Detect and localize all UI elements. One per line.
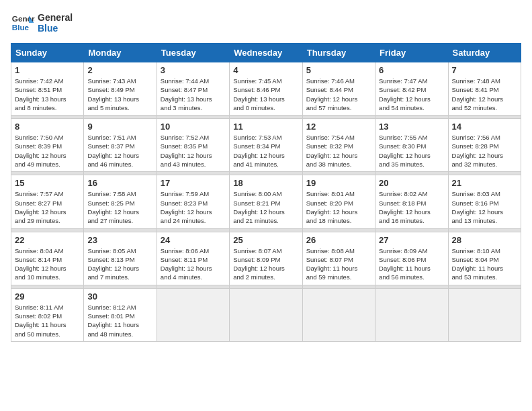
day-number: 2 — [87, 65, 152, 75]
day-cell — [230, 288, 302, 341]
day-cell — [157, 288, 229, 341]
day-info: Sunrise: 8:06 AMSunset: 8:11 PMDaylight:… — [161, 246, 226, 282]
day-number: 17 — [161, 178, 226, 188]
day-cell: 23Sunrise: 8:05 AMSunset: 8:13 PMDayligh… — [84, 232, 157, 285]
week-row-2: 8Sunrise: 7:50 AMSunset: 8:39 PMDaylight… — [11, 119, 521, 172]
week-row-5: 29Sunrise: 8:11 AMSunset: 8:02 PMDayligh… — [11, 288, 521, 341]
day-cell: 12Sunrise: 7:54 AMSunset: 8:32 PMDayligh… — [302, 119, 375, 172]
day-cell — [448, 288, 521, 341]
day-number: 5 — [306, 65, 371, 75]
day-number: 21 — [452, 178, 517, 188]
day-number: 12 — [306, 122, 371, 132]
weekday-header-thursday: Thursday — [302, 44, 375, 62]
day-info: Sunrise: 7:43 AMSunset: 8:49 PMDaylight:… — [87, 77, 152, 112]
day-number: 11 — [233, 122, 298, 132]
page-header: General Blue General Blue — [11, 11, 521, 35]
day-info: Sunrise: 7:55 AMSunset: 8:30 PMDaylight:… — [379, 133, 444, 169]
day-cell: 25Sunrise: 8:07 AMSunset: 8:09 PMDayligh… — [230, 232, 302, 285]
day-cell: 3Sunrise: 7:44 AMSunset: 8:47 PMDaylight… — [157, 62, 229, 116]
day-number: 26 — [306, 235, 371, 245]
day-cell: 22Sunrise: 8:04 AMSunset: 8:14 PMDayligh… — [11, 232, 84, 285]
day-cell: 6Sunrise: 7:47 AMSunset: 8:42 PMDaylight… — [375, 62, 448, 116]
day-info: Sunrise: 7:53 AMSunset: 8:34 PMDaylight:… — [233, 133, 298, 169]
day-number: 9 — [87, 122, 152, 132]
day-number: 23 — [87, 235, 152, 245]
day-cell: 9Sunrise: 7:51 AMSunset: 8:37 PMDaylight… — [84, 119, 157, 172]
day-cell: 29Sunrise: 8:11 AMSunset: 8:02 PMDayligh… — [11, 288, 84, 341]
day-number: 8 — [15, 122, 80, 132]
day-info: Sunrise: 7:47 AMSunset: 8:42 PMDaylight:… — [379, 77, 444, 112]
day-number: 28 — [452, 235, 517, 245]
day-cell: 11Sunrise: 7:53 AMSunset: 8:34 PMDayligh… — [230, 119, 302, 172]
day-cell: 28Sunrise: 8:10 AMSunset: 8:04 PMDayligh… — [448, 232, 521, 285]
day-number: 10 — [161, 122, 226, 132]
day-cell: 7Sunrise: 7:48 AMSunset: 8:41 PMDaylight… — [448, 62, 521, 116]
weekday-header-row: SundayMondayTuesdayWednesdayThursdayFrid… — [11, 44, 521, 62]
day-number: 24 — [161, 235, 226, 245]
day-info: Sunrise: 8:08 AMSunset: 8:07 PMDaylight:… — [306, 246, 371, 282]
day-number: 22 — [15, 235, 80, 245]
day-cell: 1Sunrise: 7:42 AMSunset: 8:51 PMDaylight… — [11, 62, 84, 116]
day-info: Sunrise: 7:44 AMSunset: 8:47 PMDaylight:… — [161, 77, 226, 112]
weekday-header-tuesday: Tuesday — [157, 44, 229, 62]
day-info: Sunrise: 7:52 AMSunset: 8:35 PMDaylight:… — [161, 133, 226, 169]
day-number: 14 — [452, 122, 517, 132]
weekday-header-wednesday: Wednesday — [230, 44, 302, 62]
day-cell: 18Sunrise: 8:00 AMSunset: 8:21 PMDayligh… — [230, 175, 302, 228]
day-number: 25 — [233, 235, 298, 245]
calendar-table: SundayMondayTuesdayWednesdayThursdayFrid… — [11, 43, 521, 342]
week-row-3: 15Sunrise: 7:57 AMSunset: 8:27 PMDayligh… — [11, 175, 521, 228]
day-cell: 21Sunrise: 8:03 AMSunset: 8:16 PMDayligh… — [448, 175, 521, 228]
day-info: Sunrise: 7:46 AMSunset: 8:44 PMDaylight:… — [306, 77, 371, 112]
day-info: Sunrise: 8:02 AMSunset: 8:18 PMDaylight:… — [379, 189, 444, 225]
weekday-header-sunday: Sunday — [11, 44, 84, 62]
day-info: Sunrise: 8:05 AMSunset: 8:13 PMDaylight:… — [87, 246, 152, 282]
day-info: Sunrise: 8:01 AMSunset: 8:20 PMDaylight:… — [306, 189, 371, 225]
day-cell: 26Sunrise: 8:08 AMSunset: 8:07 PMDayligh… — [302, 232, 375, 285]
day-info: Sunrise: 8:10 AMSunset: 8:04 PMDaylight:… — [452, 246, 517, 282]
day-info: Sunrise: 8:04 AMSunset: 8:14 PMDaylight:… — [15, 246, 80, 282]
day-cell: 10Sunrise: 7:52 AMSunset: 8:35 PMDayligh… — [157, 119, 229, 172]
day-number: 15 — [15, 178, 80, 188]
day-number: 13 — [379, 122, 444, 132]
weekday-header-saturday: Saturday — [448, 44, 521, 62]
day-number: 27 — [379, 235, 444, 245]
week-row-4: 22Sunrise: 8:04 AMSunset: 8:14 PMDayligh… — [11, 232, 521, 285]
day-info: Sunrise: 7:54 AMSunset: 8:32 PMDaylight:… — [306, 133, 371, 169]
logo-general: General — [38, 12, 73, 23]
day-info: Sunrise: 8:09 AMSunset: 8:06 PMDaylight:… — [379, 246, 444, 282]
weekday-header-friday: Friday — [375, 44, 448, 62]
day-number: 29 — [15, 291, 80, 302]
day-cell: 17Sunrise: 7:59 AMSunset: 8:23 PMDayligh… — [157, 175, 229, 228]
day-number: 1 — [15, 65, 80, 75]
day-number: 16 — [87, 178, 152, 188]
logo-blue: Blue — [38, 23, 73, 34]
day-cell — [302, 288, 375, 341]
day-info: Sunrise: 7:45 AMSunset: 8:46 PMDaylight:… — [233, 77, 298, 112]
weekday-header-monday: Monday — [84, 44, 157, 62]
day-info: Sunrise: 7:57 AMSunset: 8:27 PMDaylight:… — [15, 189, 80, 225]
day-info: Sunrise: 7:50 AMSunset: 8:39 PMDaylight:… — [15, 133, 80, 169]
day-cell: 24Sunrise: 8:06 AMSunset: 8:11 PMDayligh… — [157, 232, 229, 285]
day-cell: 19Sunrise: 8:01 AMSunset: 8:20 PMDayligh… — [302, 175, 375, 228]
day-number: 3 — [161, 65, 226, 75]
day-cell: 13Sunrise: 7:55 AMSunset: 8:30 PMDayligh… — [375, 119, 448, 172]
day-cell: 4Sunrise: 7:45 AMSunset: 8:46 PMDaylight… — [230, 62, 302, 116]
day-info: Sunrise: 7:56 AMSunset: 8:28 PMDaylight:… — [452, 133, 517, 169]
day-number: 30 — [87, 291, 152, 302]
day-info: Sunrise: 8:03 AMSunset: 8:16 PMDaylight:… — [452, 189, 517, 225]
logo: General Blue General Blue — [11, 11, 73, 35]
day-info: Sunrise: 8:00 AMSunset: 8:21 PMDaylight:… — [233, 189, 298, 225]
day-info: Sunrise: 7:48 AMSunset: 8:41 PMDaylight:… — [452, 77, 517, 112]
day-info: Sunrise: 7:42 AMSunset: 8:51 PMDaylight:… — [15, 77, 80, 112]
logo-icon: General Blue — [11, 11, 35, 35]
svg-text:Blue: Blue — [12, 23, 30, 32]
day-cell: 2Sunrise: 7:43 AMSunset: 8:49 PMDaylight… — [84, 62, 157, 116]
day-info: Sunrise: 7:58 AMSunset: 8:25 PMDaylight:… — [87, 189, 152, 225]
day-number: 7 — [452, 65, 517, 75]
day-cell — [375, 288, 448, 341]
day-info: Sunrise: 7:51 AMSunset: 8:37 PMDaylight:… — [87, 133, 152, 169]
day-cell: 20Sunrise: 8:02 AMSunset: 8:18 PMDayligh… — [375, 175, 448, 228]
day-info: Sunrise: 7:59 AMSunset: 8:23 PMDaylight:… — [161, 189, 226, 225]
day-cell: 16Sunrise: 7:58 AMSunset: 8:25 PMDayligh… — [84, 175, 157, 228]
